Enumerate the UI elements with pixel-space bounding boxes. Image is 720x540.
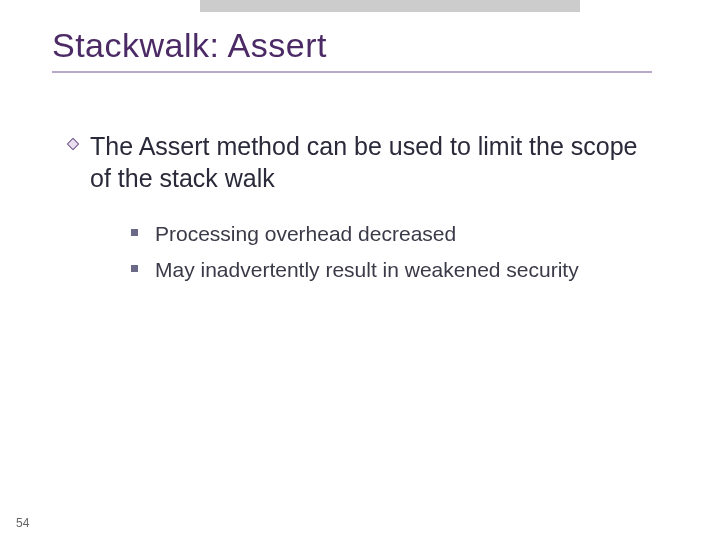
svg-rect-0 bbox=[67, 138, 78, 149]
slide-title: Stackwalk: Assert bbox=[52, 26, 652, 73]
sub-bullet-text: May inadvertently result in weakened sec… bbox=[155, 258, 579, 281]
main-bullet-text: The Assert method can be used to limit t… bbox=[90, 132, 638, 192]
square-bullet-icon bbox=[131, 265, 138, 272]
slide: Stackwalk: Assert The Assert method can … bbox=[0, 0, 720, 540]
sub-bullet-item: May inadvertently result in weakened sec… bbox=[155, 254, 675, 286]
top-accent-bar bbox=[200, 0, 580, 12]
sub-bullet-list: Processing overhead decreased May inadve… bbox=[155, 218, 675, 289]
page-number: 54 bbox=[16, 516, 29, 530]
square-bullet-icon bbox=[131, 229, 138, 236]
diamond-bullet-icon bbox=[67, 138, 79, 150]
sub-bullet-text: Processing overhead decreased bbox=[155, 222, 456, 245]
sub-bullet-item: Processing overhead decreased bbox=[155, 218, 675, 250]
main-bullet-item: The Assert method can be used to limit t… bbox=[90, 130, 660, 194]
